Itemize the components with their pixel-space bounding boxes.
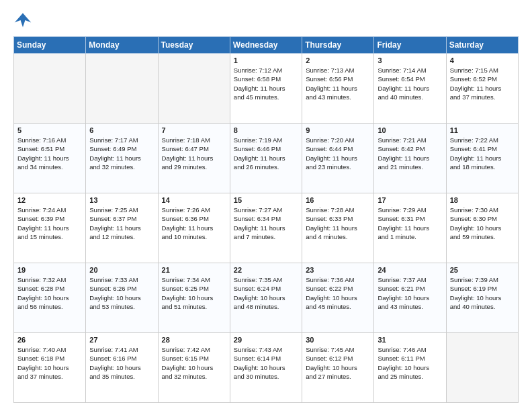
calendar-cell: 14Sunrise: 7:26 AM Sunset: 6:36 PM Dayli… [158,193,230,263]
day-info: Sunrise: 7:15 AM Sunset: 6:52 PM Dayligh… [450,66,515,101]
day-info: Sunrise: 7:28 AM Sunset: 6:33 PM Dayligh… [306,205,370,241]
day-info: Sunrise: 7:21 AM Sunset: 6:42 PM Dayligh… [378,136,442,171]
calendar-cell: 19Sunrise: 7:32 AM Sunset: 6:28 PM Dayli… [14,263,86,333]
calendar-cell: 16Sunrise: 7:28 AM Sunset: 6:33 PM Dayli… [302,193,374,263]
calendar-cell [158,54,230,124]
calendar-cell: 28Sunrise: 7:42 AM Sunset: 6:15 PM Dayli… [158,333,230,403]
day-info: Sunrise: 7:17 AM Sunset: 6:49 PM Dayligh… [89,136,154,171]
calendar-cell: 12Sunrise: 7:24 AM Sunset: 6:39 PM Dayli… [14,193,86,263]
calendar-cell: 25Sunrise: 7:39 AM Sunset: 6:19 PM Dayli… [446,263,518,333]
calendar-cell: 21Sunrise: 7:34 AM Sunset: 6:25 PM Dayli… [158,263,230,333]
day-number: 5 [17,126,82,134]
logo [13,11,35,30]
day-number: 10 [378,126,442,134]
day-number: 19 [17,266,82,274]
svg-marker-0 [15,13,32,28]
day-info: Sunrise: 7:12 AM Sunset: 6:58 PM Dayligh… [234,66,298,101]
calendar-cell: 2Sunrise: 7:13 AM Sunset: 6:56 PM Daylig… [302,54,374,124]
weekday-header-monday: Monday [86,37,158,54]
day-number: 21 [162,266,226,274]
calendar-cell: 6Sunrise: 7:17 AM Sunset: 6:49 PM Daylig… [86,124,158,193]
calendar-cell: 20Sunrise: 7:33 AM Sunset: 6:26 PM Dayli… [86,263,158,333]
weekday-header-wednesday: Wednesday [230,37,302,54]
calendar-cell: 15Sunrise: 7:27 AM Sunset: 6:34 PM Dayli… [230,193,302,263]
day-number: 6 [89,126,154,134]
calendar-cell: 30Sunrise: 7:45 AM Sunset: 6:12 PM Dayli… [302,333,374,403]
day-number: 8 [234,126,298,134]
calendar-cell: 7Sunrise: 7:18 AM Sunset: 6:47 PM Daylig… [158,124,230,193]
day-info: Sunrise: 7:29 AM Sunset: 6:31 PM Dayligh… [378,205,442,241]
day-number: 27 [89,336,154,344]
calendar-cell: 18Sunrise: 7:30 AM Sunset: 6:30 PM Dayli… [446,193,518,263]
day-number: 7 [162,126,226,134]
day-info: Sunrise: 7:37 AM Sunset: 6:21 PM Dayligh… [378,275,442,311]
day-number: 16 [306,196,370,204]
weekday-header-saturday: Saturday [446,37,518,54]
day-info: Sunrise: 7:32 AM Sunset: 6:28 PM Dayligh… [17,275,82,311]
day-info: Sunrise: 7:13 AM Sunset: 6:56 PM Dayligh… [306,66,370,101]
header [13,11,519,30]
day-info: Sunrise: 7:26 AM Sunset: 6:36 PM Dayligh… [162,205,226,241]
day-info: Sunrise: 7:39 AM Sunset: 6:19 PM Dayligh… [450,275,515,311]
calendar-cell [14,54,86,124]
calendar-cell: 24Sunrise: 7:37 AM Sunset: 6:21 PM Dayli… [374,263,446,333]
calendar-week-row: 26Sunrise: 7:40 AM Sunset: 6:18 PM Dayli… [14,333,519,403]
day-info: Sunrise: 7:24 AM Sunset: 6:39 PM Dayligh… [17,205,82,241]
calendar-week-row: 12Sunrise: 7:24 AM Sunset: 6:39 PM Dayli… [14,193,519,263]
calendar-cell: 26Sunrise: 7:40 AM Sunset: 6:18 PM Dayli… [14,333,86,403]
calendar-cell: 13Sunrise: 7:25 AM Sunset: 6:37 PM Dayli… [86,193,158,263]
calendar-cell [86,54,158,124]
calendar-cell: 3Sunrise: 7:14 AM Sunset: 6:54 PM Daylig… [374,54,446,124]
calendar-cell: 23Sunrise: 7:36 AM Sunset: 6:22 PM Dayli… [302,263,374,333]
calendar-cell: 22Sunrise: 7:35 AM Sunset: 6:24 PM Dayli… [230,263,302,333]
day-info: Sunrise: 7:25 AM Sunset: 6:37 PM Dayligh… [89,205,154,241]
calendar-cell: 10Sunrise: 7:21 AM Sunset: 6:42 PM Dayli… [374,124,446,193]
day-info: Sunrise: 7:20 AM Sunset: 6:44 PM Dayligh… [306,136,370,171]
day-info: Sunrise: 7:30 AM Sunset: 6:30 PM Dayligh… [450,205,515,241]
day-info: Sunrise: 7:46 AM Sunset: 6:11 PM Dayligh… [378,345,442,381]
day-number: 15 [234,196,298,204]
calendar-cell: 4Sunrise: 7:15 AM Sunset: 6:52 PM Daylig… [446,54,518,124]
day-info: Sunrise: 7:27 AM Sunset: 6:34 PM Dayligh… [234,205,298,241]
calendar-week-row: 19Sunrise: 7:32 AM Sunset: 6:28 PM Dayli… [14,263,519,333]
calendar-cell: 27Sunrise: 7:41 AM Sunset: 6:16 PM Dayli… [86,333,158,403]
calendar-cell: 5Sunrise: 7:16 AM Sunset: 6:51 PM Daylig… [14,124,86,193]
day-number: 3 [378,56,442,64]
day-info: Sunrise: 7:19 AM Sunset: 6:46 PM Dayligh… [234,136,298,171]
day-number: 18 [450,196,515,204]
day-number: 23 [306,266,370,274]
day-info: Sunrise: 7:16 AM Sunset: 6:51 PM Dayligh… [17,136,82,171]
day-info: Sunrise: 7:36 AM Sunset: 6:22 PM Dayligh… [306,275,370,311]
day-number: 30 [306,336,370,344]
calendar-cell: 29Sunrise: 7:43 AM Sunset: 6:14 PM Dayli… [230,333,302,403]
day-number: 24 [378,266,442,274]
day-number: 11 [450,126,515,134]
calendar-cell: 17Sunrise: 7:29 AM Sunset: 6:31 PM Dayli… [374,193,446,263]
day-info: Sunrise: 7:18 AM Sunset: 6:47 PM Dayligh… [162,136,226,171]
calendar-cell: 1Sunrise: 7:12 AM Sunset: 6:58 PM Daylig… [230,54,302,124]
day-info: Sunrise: 7:41 AM Sunset: 6:16 PM Dayligh… [89,345,154,381]
calendar-table: SundayMondayTuesdayWednesdayThursdayFrid… [13,36,519,403]
day-number: 13 [89,196,154,204]
day-info: Sunrise: 7:43 AM Sunset: 6:14 PM Dayligh… [234,345,298,381]
weekday-header-sunday: Sunday [14,37,86,54]
day-info: Sunrise: 7:33 AM Sunset: 6:26 PM Dayligh… [89,275,154,311]
day-number: 28 [162,336,226,344]
weekday-header-thursday: Thursday [302,37,374,54]
day-info: Sunrise: 7:45 AM Sunset: 6:12 PM Dayligh… [306,345,370,381]
day-number: 20 [89,266,154,274]
calendar-cell: 31Sunrise: 7:46 AM Sunset: 6:11 PM Dayli… [374,333,446,403]
day-info: Sunrise: 7:42 AM Sunset: 6:15 PM Dayligh… [162,345,226,381]
weekday-header-row: SundayMondayTuesdayWednesdayThursdayFrid… [14,37,519,54]
day-number: 14 [162,196,226,204]
page: SundayMondayTuesdayWednesdayThursdayFrid… [0,0,532,411]
calendar-cell: 11Sunrise: 7:22 AM Sunset: 6:41 PM Dayli… [446,124,518,193]
day-info: Sunrise: 7:14 AM Sunset: 6:54 PM Dayligh… [378,66,442,101]
calendar-week-row: 5Sunrise: 7:16 AM Sunset: 6:51 PM Daylig… [14,124,519,193]
day-number: 12 [17,196,82,204]
day-number: 31 [378,336,442,344]
day-number: 22 [234,266,298,274]
day-number: 26 [17,336,82,344]
calendar-week-row: 1Sunrise: 7:12 AM Sunset: 6:58 PM Daylig… [14,54,519,124]
day-number: 17 [378,196,442,204]
